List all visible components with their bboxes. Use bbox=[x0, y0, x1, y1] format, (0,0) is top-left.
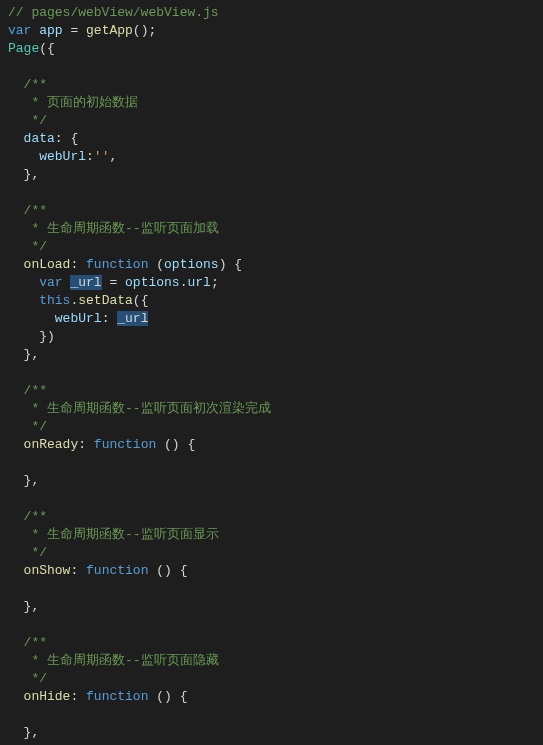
code-line[interactable]: Page({ bbox=[8, 40, 543, 58]
code-token: setData bbox=[78, 293, 133, 308]
code-line[interactable] bbox=[8, 364, 543, 382]
code-line[interactable]: /** bbox=[8, 634, 543, 652]
code-token: _url bbox=[117, 311, 148, 326]
code-token: /** bbox=[24, 509, 47, 524]
code-token: }) bbox=[8, 329, 55, 344]
code-line[interactable]: /** bbox=[8, 508, 543, 526]
code-token: : bbox=[102, 311, 118, 326]
code-token: */ bbox=[31, 113, 47, 128]
code-token: onReady bbox=[24, 437, 79, 452]
code-token: function bbox=[86, 689, 148, 704]
code-token bbox=[8, 563, 24, 578]
code-line[interactable]: */ bbox=[8, 238, 543, 256]
code-token: _url bbox=[70, 275, 101, 290]
code-line[interactable]: * 生命周期函数--监听页面显示 bbox=[8, 526, 543, 544]
code-line[interactable]: }, bbox=[8, 346, 543, 364]
code-token bbox=[8, 239, 31, 254]
code-token: data bbox=[24, 131, 55, 146]
code-line[interactable]: * 生命周期函数--监听页面初次渲染完成 bbox=[8, 400, 543, 418]
code-editor[interactable]: // pages/webView/webView.jsvar app = get… bbox=[8, 4, 543, 742]
code-token bbox=[8, 689, 24, 704]
code-line[interactable]: /** bbox=[8, 382, 543, 400]
code-token: /** bbox=[24, 203, 47, 218]
code-token: * 生命周期函数--监听页面隐藏 bbox=[31, 653, 218, 668]
code-line[interactable]: onLoad: function (options) { bbox=[8, 256, 543, 274]
code-token: options bbox=[164, 257, 219, 272]
code-token bbox=[8, 113, 31, 128]
code-token: onLoad bbox=[24, 257, 71, 272]
code-token: * 生命周期函数--监听页面加载 bbox=[31, 221, 218, 236]
code-token bbox=[8, 635, 24, 650]
code-line[interactable]: */ bbox=[8, 544, 543, 562]
code-token bbox=[8, 149, 39, 164]
code-token: : bbox=[70, 563, 86, 578]
code-token: url bbox=[187, 275, 210, 290]
code-line[interactable]: }, bbox=[8, 472, 543, 490]
code-token: : { bbox=[55, 131, 78, 146]
code-line[interactable] bbox=[8, 58, 543, 76]
code-token: (); bbox=[133, 23, 156, 38]
code-token: }, bbox=[8, 473, 39, 488]
code-token bbox=[8, 257, 24, 272]
code-token: , bbox=[109, 149, 117, 164]
code-token bbox=[8, 653, 31, 668]
code-token: = bbox=[102, 275, 125, 290]
code-token: var bbox=[8, 23, 31, 38]
code-token: */ bbox=[31, 545, 47, 560]
code-token bbox=[8, 77, 24, 92]
code-token: }, bbox=[8, 725, 39, 740]
code-line[interactable] bbox=[8, 490, 543, 508]
code-line[interactable]: * 生命周期函数--监听页面隐藏 bbox=[8, 652, 543, 670]
code-line[interactable]: webUrl: _url bbox=[8, 310, 543, 328]
code-token: ; bbox=[211, 275, 219, 290]
code-token: function bbox=[94, 437, 156, 452]
code-token: */ bbox=[31, 671, 47, 686]
code-line[interactable]: data: { bbox=[8, 130, 543, 148]
code-token: : bbox=[70, 257, 86, 272]
code-line[interactable]: /** bbox=[8, 76, 543, 94]
code-line[interactable]: }, bbox=[8, 598, 543, 616]
code-line[interactable]: webUrl:'', bbox=[8, 148, 543, 166]
code-line[interactable] bbox=[8, 454, 543, 472]
code-token: */ bbox=[31, 419, 47, 434]
code-line[interactable]: this.setData({ bbox=[8, 292, 543, 310]
code-token: webUrl bbox=[39, 149, 86, 164]
code-token: = bbox=[63, 23, 86, 38]
code-line[interactable]: }, bbox=[8, 724, 543, 742]
code-token bbox=[8, 311, 55, 326]
code-token bbox=[8, 509, 24, 524]
code-token: () { bbox=[148, 563, 187, 578]
code-line[interactable] bbox=[8, 580, 543, 598]
code-line[interactable]: /** bbox=[8, 202, 543, 220]
code-token: * 生命周期函数--监听页面显示 bbox=[31, 527, 218, 542]
code-line[interactable]: }) bbox=[8, 328, 543, 346]
code-line[interactable]: onShow: function () { bbox=[8, 562, 543, 580]
code-token: '' bbox=[94, 149, 110, 164]
code-token: function bbox=[86, 563, 148, 578]
code-token: this bbox=[39, 293, 70, 308]
code-line[interactable]: onHide: function () { bbox=[8, 688, 543, 706]
code-line[interactable]: * 生命周期函数--监听页面加载 bbox=[8, 220, 543, 238]
code-token: : bbox=[78, 437, 94, 452]
code-line[interactable]: // pages/webView/webView.js bbox=[8, 4, 543, 22]
code-line[interactable]: */ bbox=[8, 418, 543, 436]
code-line[interactable]: }, bbox=[8, 166, 543, 184]
code-line[interactable]: */ bbox=[8, 670, 543, 688]
code-token: : bbox=[86, 149, 94, 164]
code-token bbox=[8, 437, 24, 452]
code-token: /** bbox=[24, 635, 47, 650]
code-line[interactable]: var app = getApp(); bbox=[8, 22, 543, 40]
code-token bbox=[8, 527, 31, 542]
code-line[interactable]: var _url = options.url; bbox=[8, 274, 543, 292]
code-line[interactable]: * 页面的初始数据 bbox=[8, 94, 543, 112]
code-line[interactable] bbox=[8, 616, 543, 634]
code-line[interactable] bbox=[8, 184, 543, 202]
code-token: ( bbox=[148, 257, 164, 272]
code-token bbox=[8, 293, 39, 308]
code-token: /** bbox=[24, 77, 47, 92]
code-token bbox=[8, 419, 31, 434]
code-line[interactable]: */ bbox=[8, 112, 543, 130]
code-token: : bbox=[70, 689, 86, 704]
code-line[interactable]: onReady: function () { bbox=[8, 436, 543, 454]
code-line[interactable] bbox=[8, 706, 543, 724]
